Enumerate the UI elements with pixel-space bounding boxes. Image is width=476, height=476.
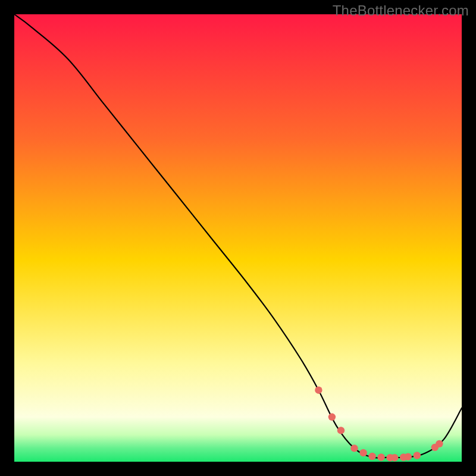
highlight-marker xyxy=(436,440,443,447)
highlight-marker xyxy=(359,449,367,456)
plot-area xyxy=(14,14,462,462)
highlight-marker xyxy=(414,452,421,459)
highlight-marker xyxy=(328,414,336,421)
watermark-label: TheBottlenecker.com xyxy=(333,2,469,19)
highlight-marker xyxy=(405,453,412,461)
highlight-marker xyxy=(315,387,322,394)
highlight-marker xyxy=(391,454,398,461)
highlight-marker xyxy=(337,427,345,434)
chart-frame: TheBottlenecker.com xyxy=(0,0,476,476)
chart-svg xyxy=(14,14,462,462)
highlight-marker xyxy=(350,444,358,452)
highlight-marker xyxy=(377,453,384,461)
highlight-marker xyxy=(368,453,375,460)
gradient-background xyxy=(14,14,462,462)
